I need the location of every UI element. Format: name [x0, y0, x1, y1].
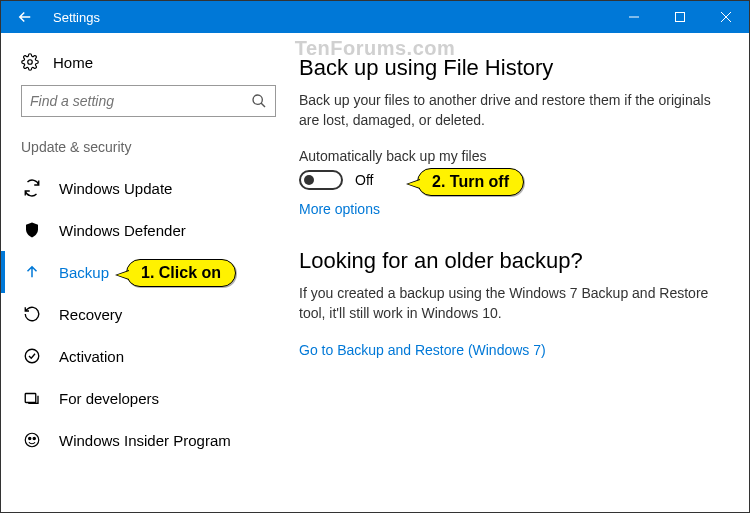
- sidebar-item-label: Backup: [59, 264, 109, 281]
- more-options-link[interactable]: More options: [299, 201, 380, 217]
- backup-toggle[interactable]: [299, 170, 343, 190]
- sidebar-item-label: Windows Defender: [59, 222, 186, 239]
- sidebar-item-label: Windows Update: [59, 180, 172, 197]
- activation-icon: [23, 347, 41, 365]
- svg-point-5: [253, 95, 262, 104]
- sidebar-item-for-developers[interactable]: For developers: [21, 377, 291, 419]
- svg-point-9: [25, 433, 39, 447]
- svg-rect-8: [25, 394, 36, 403]
- home-label: Home: [53, 54, 93, 71]
- svg-point-10: [29, 437, 31, 439]
- backup-restore-link[interactable]: Go to Backup and Restore (Windows 7): [299, 342, 546, 358]
- toggle-knob: [304, 175, 314, 185]
- toggle-label: Automatically back up my files: [299, 148, 719, 164]
- annotation-callout-2: 2. Turn off: [417, 168, 524, 196]
- category-label: Update & security: [21, 139, 291, 155]
- sidebar-item-windows-defender[interactable]: Windows Defender: [21, 209, 291, 251]
- svg-point-7: [25, 349, 39, 363]
- sidebar-item-label: Activation: [59, 348, 124, 365]
- search-box[interactable]: [21, 85, 276, 117]
- search-input[interactable]: [22, 86, 243, 116]
- svg-rect-1: [676, 13, 685, 22]
- annotation-callout-1: 1. Click on: [126, 259, 236, 287]
- window-title: Settings: [53, 10, 611, 25]
- sidebar-item-label: Recovery: [59, 306, 122, 323]
- window-controls: [611, 1, 749, 33]
- sidebar-item-windows-insider[interactable]: Windows Insider Program: [21, 419, 291, 461]
- sidebar-item-label: Windows Insider Program: [59, 432, 231, 449]
- shield-icon: [23, 221, 41, 239]
- sidebar-item-activation[interactable]: Activation: [21, 335, 291, 377]
- gear-icon: [21, 53, 39, 71]
- search-icon: [251, 93, 267, 113]
- main-content: Back up using File History Back up your …: [291, 33, 749, 512]
- backup-arrow-icon: [23, 263, 41, 281]
- titlebar: Settings: [1, 1, 749, 33]
- back-button[interactable]: [9, 1, 41, 33]
- toggle-state: Off: [355, 172, 373, 188]
- minimize-button[interactable]: [611, 1, 657, 33]
- page-description: Back up your files to another drive and …: [299, 91, 719, 130]
- svg-line-6: [261, 103, 265, 107]
- developers-icon: [23, 389, 41, 407]
- sync-icon: [23, 179, 41, 197]
- back-arrow-icon: [16, 8, 34, 26]
- insider-icon: [23, 431, 41, 449]
- maximize-button[interactable]: [657, 1, 703, 33]
- section-description: If you created a backup using the Window…: [299, 284, 719, 323]
- recovery-icon: [23, 305, 41, 323]
- close-button[interactable]: [703, 1, 749, 33]
- sidebar-item-label: For developers: [59, 390, 159, 407]
- page-heading: Back up using File History: [299, 55, 719, 81]
- sidebar-item-windows-update[interactable]: Windows Update: [21, 167, 291, 209]
- sidebar-item-recovery[interactable]: Recovery: [21, 293, 291, 335]
- section-heading: Looking for an older backup?: [299, 248, 719, 274]
- home-button[interactable]: Home: [21, 53, 291, 71]
- svg-point-11: [33, 437, 35, 439]
- svg-point-4: [28, 60, 33, 65]
